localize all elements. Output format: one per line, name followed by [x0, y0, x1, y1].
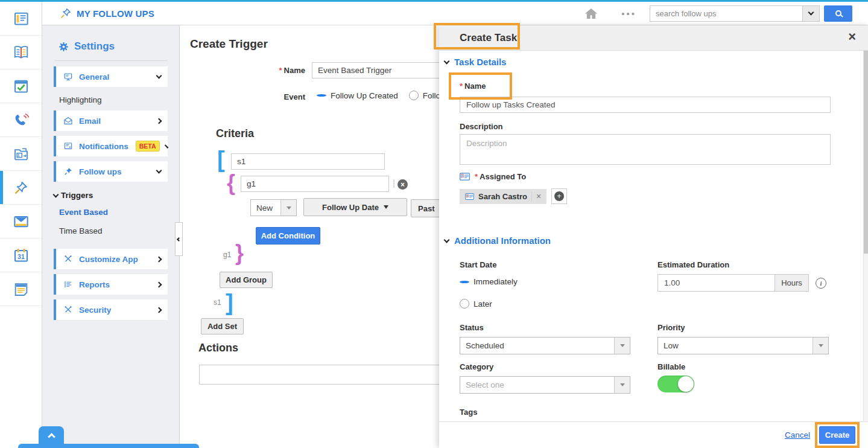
contact-card-icon	[465, 193, 474, 200]
rail-item-calendar[interactable]: 31	[0, 238, 42, 272]
sidebar-item-follow-ups[interactable]: Follow ups	[54, 161, 168, 182]
tags-label: Tags	[460, 408, 477, 417]
add-assignee-button[interactable]: +	[551, 188, 567, 204]
radio-follow-up-created[interactable]: Follow Up Created	[317, 91, 398, 100]
sidebar-group-triggers[interactable]: Triggers	[54, 187, 168, 204]
sidebar-item-email[interactable]: Email	[54, 110, 168, 131]
sidebar-item-highlighting[interactable]: Highlighting	[54, 92, 168, 110]
app-logo[interactable]: MY FOLLOW UPS	[59, 7, 154, 20]
sidebar-item-security[interactable]: Security	[54, 299, 168, 320]
chevron-down-icon	[444, 58, 450, 64]
rail-item-contacts[interactable]	[0, 137, 42, 171]
radio-immediately[interactable]: Immediately	[460, 277, 518, 286]
chevron-right-icon	[156, 281, 162, 287]
chevron-right-icon	[156, 256, 162, 262]
section-task-details[interactable]: Task Details	[445, 57, 506, 67]
task-name-label: *Name	[460, 82, 486, 91]
follow-ups-pin-icon	[12, 179, 30, 197]
scrollbar-thumb[interactable]	[864, 51, 868, 254]
home-icon[interactable]	[584, 7, 598, 20]
condition-operator-select[interactable]: New	[250, 199, 297, 216]
condition-field-button[interactable]: Follow Up Date	[303, 198, 407, 216]
overflow-menu-icon[interactable]: •••	[621, 8, 636, 19]
chevron-down-icon	[156, 73, 162, 79]
radio-selected-icon[interactable]	[460, 281, 469, 283]
search-icon	[835, 10, 841, 16]
radio-selected-icon[interactable]	[317, 94, 326, 97]
envelope-icon	[63, 116, 73, 126]
radio-icon[interactable]	[460, 299, 469, 309]
priority-select[interactable]: Low	[657, 337, 829, 354]
contact-card-icon	[460, 173, 470, 181]
event-label: Event	[216, 92, 305, 101]
sidebar-item-customize-app[interactable]: Customize App	[54, 249, 168, 269]
pin-icon	[63, 167, 73, 176]
rail-item-notes[interactable]	[0, 272, 42, 306]
section-additional-information[interactable]: Additional Information	[445, 235, 551, 246]
chevron-down-icon	[444, 237, 450, 243]
chevron-down-icon	[808, 10, 814, 16]
category-select[interactable]: Select one	[460, 376, 630, 394]
set-name-input[interactable]	[231, 153, 385, 170]
remove-assignee-icon[interactable]: ×	[531, 191, 541, 201]
close-icon[interactable]: ×	[848, 30, 856, 43]
search-button[interactable]	[824, 5, 852, 22]
radio-icon[interactable]	[409, 91, 419, 100]
priority-label: Priority	[657, 323, 685, 332]
criteria-heading: Criteria	[216, 127, 254, 140]
rail-item-overview[interactable]	[0, 2, 42, 36]
group-name-input[interactable]	[241, 176, 389, 192]
event-radio-group: Follow Up Created Follow U	[317, 91, 454, 100]
sidebar-item-notifications[interactable]: Notifications BETA	[54, 136, 168, 156]
report-icon	[63, 280, 73, 289]
sidebar-item-time-based[interactable]: Time Based	[54, 223, 168, 242]
add-condition-button[interactable]: Add Condition	[256, 227, 320, 245]
duration-unit: Hours	[775, 274, 809, 292]
group-close-bracket: }	[235, 242, 244, 264]
sidebar-item-event-based[interactable]: Event Based	[54, 204, 168, 223]
chevron-right-icon	[156, 118, 162, 124]
assignee-chip[interactable]: Sarah Castro ×	[460, 189, 546, 204]
description-label: Description	[460, 122, 503, 131]
bottom-callout-bar[interactable]	[18, 444, 199, 448]
billable-toggle[interactable]	[657, 376, 694, 392]
create-task-title: Create Task	[460, 32, 517, 44]
tools-icon	[63, 305, 73, 315]
rail-item-tasks[interactable]	[0, 69, 42, 103]
calls-phone-icon	[12, 111, 30, 129]
book-icon	[12, 43, 30, 62]
description-textarea[interactable]	[460, 134, 831, 165]
panel-scrollbar[interactable]	[863, 51, 868, 421]
select-arrow-icon	[614, 377, 630, 393]
radio-later[interactable]: Later	[460, 299, 492, 309]
rail-item-book[interactable]	[0, 36, 42, 69]
assigned-to-chips: Sarah Castro × +	[460, 188, 567, 204]
top-accent-strip	[0, 0, 868, 2]
top-bar: MY FOLLOW UPS •••	[42, 2, 868, 25]
duration-input[interactable]	[657, 274, 775, 292]
sidebar-collapse-handle[interactable]	[175, 222, 183, 256]
add-set-button[interactable]: Add Set	[201, 318, 244, 334]
actions-heading: Actions	[198, 342, 238, 354]
status-select[interactable]: Scheduled	[460, 337, 630, 354]
select-arrow-icon	[280, 200, 296, 216]
create-button[interactable]: Create	[819, 426, 855, 444]
rail-item-mail[interactable]	[0, 205, 42, 238]
info-icon[interactable]: i	[816, 278, 826, 289]
notifications-icon	[63, 141, 73, 151]
add-group-button[interactable]: Add Group	[220, 272, 273, 288]
notes-icon	[12, 280, 30, 298]
create-task-footer: Cancel Create	[439, 421, 868, 448]
search-scope-dropdown[interactable]	[802, 5, 820, 22]
search-input[interactable]	[650, 5, 802, 22]
remove-group-button[interactable]: ×	[398, 179, 408, 190]
task-name-input[interactable]	[460, 97, 831, 113]
sidebar-item-general[interactable]: General	[54, 66, 168, 87]
rail-item-calls[interactable]	[0, 103, 42, 137]
calendar-31-icon: 31	[12, 246, 30, 264]
sidebar-item-reports[interactable]: Reports	[54, 274, 168, 295]
set-open-bracket: [	[217, 148, 225, 171]
cancel-link[interactable]: Cancel	[785, 430, 810, 440]
status-label: Status	[460, 323, 484, 332]
rail-item-follow-ups[interactable]	[0, 171, 42, 205]
